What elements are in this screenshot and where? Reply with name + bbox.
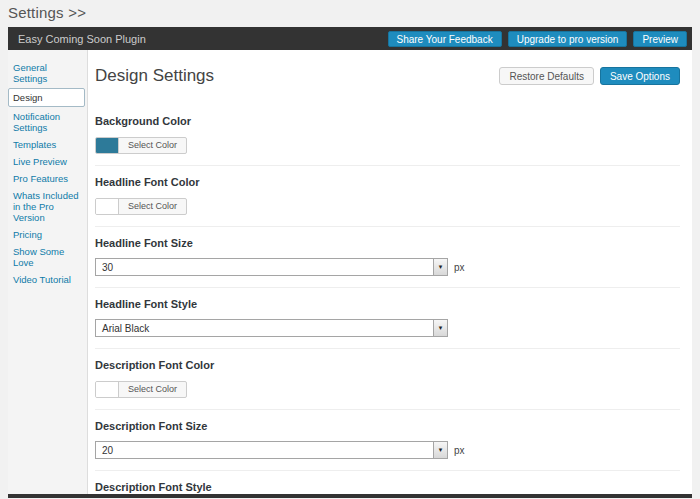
dropdown-caret-icon: ▾ xyxy=(433,320,447,336)
preview-button[interactable]: Preview xyxy=(633,31,687,47)
color-swatch xyxy=(96,382,119,397)
sidebar-item-whats-included[interactable]: Whats Included in the Pro Version xyxy=(8,187,87,226)
plugin-container: Easy Coming Soon Plugin Share Your Feedb… xyxy=(8,27,692,498)
sidebar-item-general-settings[interactable]: General Settings xyxy=(8,59,87,87)
panel-header: Design Settings Restore Defaults Save Op… xyxy=(95,65,680,87)
restore-defaults-button[interactable]: Restore Defaults xyxy=(499,67,593,85)
headline-font-style-row: Arial Black ▾ xyxy=(95,319,680,337)
background-color-label: Background Color xyxy=(95,115,680,127)
headline-font-color-row: Select Color xyxy=(95,197,680,215)
plugin-footer-bar xyxy=(8,494,692,498)
settings-sidebar: General Settings Design Notification Set… xyxy=(8,50,88,494)
headline-font-size-row: 30 ▾ px xyxy=(95,258,680,276)
description-font-color-picker[interactable]: Select Color xyxy=(95,381,187,398)
section-divider xyxy=(95,348,680,349)
headline-font-size-select[interactable]: 30 ▾ xyxy=(95,258,448,276)
select-value: 30 xyxy=(96,259,433,275)
section-divider xyxy=(95,165,680,166)
select-color-label: Select Color xyxy=(119,138,186,153)
sidebar-item-notification-settings[interactable]: Notification Settings xyxy=(8,108,87,136)
px-suffix: px xyxy=(454,445,465,456)
design-settings-panel: Design Settings Restore Defaults Save Op… xyxy=(88,50,692,494)
description-font-size-label: Description Font Size xyxy=(95,420,680,432)
save-options-button[interactable]: Save Options xyxy=(600,67,680,85)
select-color-label: Select Color xyxy=(119,382,186,397)
section-divider xyxy=(95,287,680,288)
select-value: 20 xyxy=(96,442,433,458)
section-divider xyxy=(95,409,680,410)
panel-title: Design Settings xyxy=(95,66,493,86)
px-suffix: px xyxy=(454,262,465,273)
headline-font-style-label: Headline Font Style xyxy=(95,298,680,310)
select-color-label: Select Color xyxy=(119,199,186,214)
color-swatch xyxy=(96,199,119,214)
description-font-color-label: Description Font Color xyxy=(95,359,680,371)
upgrade-pro-button[interactable]: Upgrade to pro version xyxy=(508,31,628,47)
content-body: General Settings Design Notification Set… xyxy=(8,50,692,494)
sidebar-item-live-preview[interactable]: Live Preview xyxy=(8,153,87,170)
plugin-title: Easy Coming Soon Plugin xyxy=(18,33,382,45)
description-font-size-row: 20 ▾ px xyxy=(95,441,680,459)
plugin-header-bar: Easy Coming Soon Plugin Share Your Feedb… xyxy=(8,27,692,50)
share-feedback-button[interactable]: Share Your Feedback xyxy=(388,31,502,47)
select-value: Arial Black xyxy=(96,320,433,336)
headline-font-color-label: Headline Font Color xyxy=(95,176,680,188)
dropdown-caret-icon: ▾ xyxy=(433,259,447,275)
sidebar-item-pricing[interactable]: Pricing xyxy=(8,226,87,243)
description-font-color-row: Select Color xyxy=(95,380,680,398)
headline-font-style-select[interactable]: Arial Black ▾ xyxy=(95,319,448,337)
background-color-picker[interactable]: Select Color xyxy=(95,137,187,154)
description-font-size-select[interactable]: 20 ▾ xyxy=(95,441,448,459)
section-divider xyxy=(95,470,680,471)
section-divider xyxy=(95,226,680,227)
color-swatch xyxy=(96,138,119,153)
background-color-row: Select Color xyxy=(95,136,680,154)
sidebar-item-show-some-love[interactable]: Show Some Love xyxy=(8,243,87,271)
headline-font-color-picker[interactable]: Select Color xyxy=(95,198,187,215)
sidebar-item-design[interactable]: Design xyxy=(8,88,85,107)
page-title: Settings >> xyxy=(0,0,700,27)
sidebar-item-pro-features[interactable]: Pro Features xyxy=(8,170,87,187)
sidebar-item-templates[interactable]: Templates xyxy=(8,136,87,153)
dropdown-caret-icon: ▾ xyxy=(433,442,447,458)
description-font-style-label: Description Font Style xyxy=(95,481,680,493)
headline-font-size-label: Headline Font Size xyxy=(95,237,680,249)
sidebar-item-video-tutorial[interactable]: Video Tutorial xyxy=(8,271,87,288)
